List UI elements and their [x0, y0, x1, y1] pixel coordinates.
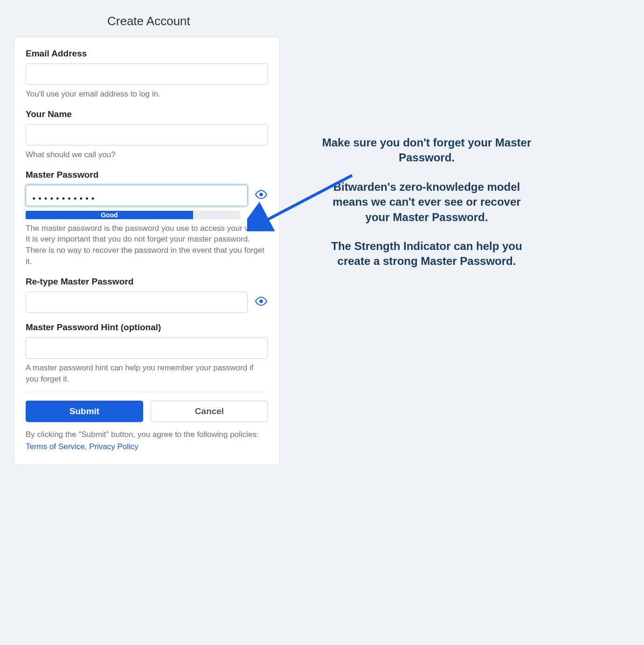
name-input[interactable]	[26, 124, 268, 146]
terms-link[interactable]: Terms of Service	[26, 442, 85, 451]
callout-p2: Bitwarden's zero-knowledge model means w…	[322, 180, 532, 225]
privacy-link[interactable]: Privacy Policy	[89, 442, 138, 451]
toggle-master-password-visibility[interactable]	[254, 188, 268, 202]
email-label: Email Address	[26, 49, 268, 59]
master-password-group: Master Password •••••••••••	[26, 170, 268, 267]
retype-password-group: Re-type Master Password	[26, 277, 268, 313]
email-input[interactable]	[26, 63, 268, 85]
toggle-retype-password-visibility[interactable]	[254, 295, 268, 309]
hint-group: Master Password Hint (optional) A master…	[26, 322, 268, 385]
create-account-card: Email Address You'll use your email addr…	[14, 37, 280, 465]
callout-p3: The Strength Indicator can help you crea…	[322, 239, 532, 269]
callout-p1: Make sure you don't forget your Master P…	[322, 135, 532, 166]
master-password-value: •••••••••••	[32, 194, 97, 203]
email-help: You'll use your email address to log in.	[26, 89, 268, 100]
hint-input[interactable]	[26, 337, 268, 359]
hint-label: Master Password Hint (optional)	[26, 322, 268, 333]
email-group: Email Address You'll use your email addr…	[26, 49, 268, 100]
retype-password-label: Re-type Master Password	[26, 277, 268, 287]
master-password-input[interactable]: •••••••••••	[26, 185, 248, 206]
cancel-button[interactable]: Cancel	[151, 401, 268, 422]
page-title: Create Account	[14, 14, 280, 37]
eye-icon	[255, 295, 267, 309]
password-strength-label: Good	[101, 211, 118, 219]
password-strength-bar: Good	[26, 211, 240, 219]
svg-point-1	[259, 299, 263, 303]
agree-sep: ,	[85, 442, 89, 451]
divider	[26, 392, 268, 392]
hint-help: A master password hint can help you reme…	[26, 362, 268, 385]
name-help: What should we call you?	[26, 149, 268, 160]
retype-password-input[interactable]	[26, 291, 248, 313]
eye-icon	[255, 188, 267, 202]
submit-button[interactable]: Submit	[26, 401, 143, 422]
svg-point-0	[259, 193, 263, 196]
master-password-label: Master Password	[26, 170, 268, 180]
agree-text: By clicking the "Submit" button, you agr…	[26, 429, 268, 452]
callout: Make sure you don't forget your Master P…	[322, 135, 532, 269]
name-label: Your Name	[26, 109, 268, 119]
agree-prefix: By clicking the "Submit" button, you agr…	[26, 430, 259, 439]
name-group: Your Name What should we call you?	[26, 109, 268, 160]
master-password-help: The master password is the password you …	[26, 223, 268, 267]
password-strength-fill: Good	[26, 211, 193, 219]
